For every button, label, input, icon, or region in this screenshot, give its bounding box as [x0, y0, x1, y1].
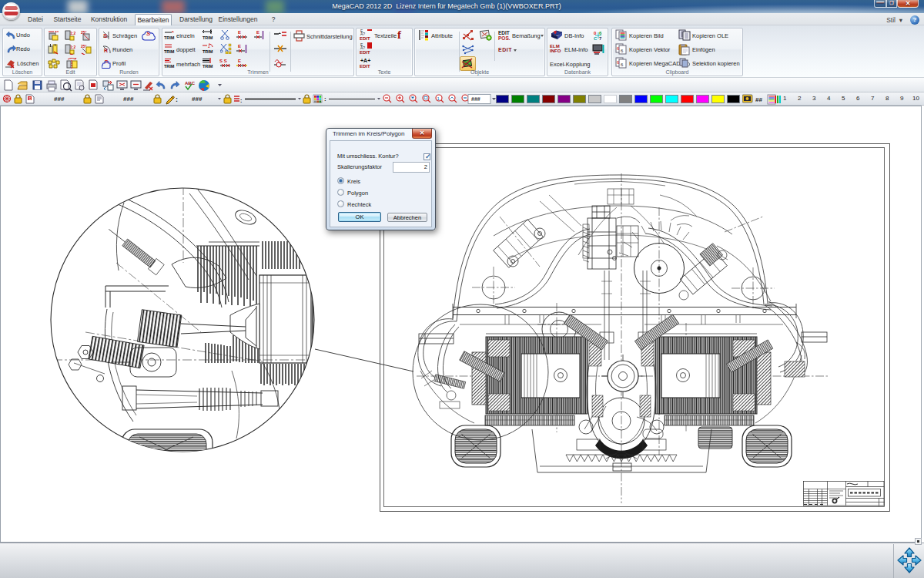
svg-text:TRIM: TRIM — [164, 64, 175, 69]
svg-text:6: 6 — [599, 31, 602, 35]
svg-text:E: E — [238, 44, 241, 49]
svg-text:25°: 25° — [81, 44, 87, 49]
svg-text:2: 2 — [208, 44, 210, 49]
svg-text:TRIM: TRIM — [164, 49, 175, 54]
svg-text:###: ### — [123, 96, 134, 102]
svg-text:TRIM: TRIM — [203, 35, 213, 40]
svg-text:C: C — [594, 36, 598, 41]
svg-text:EDIT: EDIT — [360, 50, 370, 55]
svg-text:###: ### — [192, 96, 203, 102]
svg-text:TRIM: TRIM — [164, 35, 175, 40]
svg-text:E: E — [238, 59, 241, 63]
svg-text:ABC: ABC — [185, 81, 196, 86]
svg-text:0: 0 — [594, 31, 597, 35]
svg-text:EDIT: EDIT — [360, 64, 370, 69]
svg-text:S S: S S — [219, 59, 227, 63]
svg-text:###: ### — [54, 96, 65, 102]
svg-text:1:2: 1:2 — [70, 45, 75, 49]
svg-text:7: 7 — [599, 36, 602, 41]
svg-text:EDIT: EDIT — [360, 36, 370, 41]
svg-text:S: S — [103, 32, 108, 39]
svg-text:1:2: 1:2 — [70, 31, 75, 35]
svg-text::: : — [324, 96, 326, 102]
svg-text:+A+: +A+ — [360, 58, 370, 63]
svg-text:###: ### — [471, 96, 480, 102]
svg-text:R: R — [104, 48, 108, 53]
svg-text:E: E — [256, 30, 259, 35]
svg-text:TRIM: TRIM — [203, 49, 213, 54]
svg-text::: : — [240, 98, 242, 103]
svg-text:##: ## — [755, 96, 762, 103]
svg-text:TRIM: TRIM — [203, 64, 213, 69]
svg-text:E: E — [238, 30, 241, 35]
svg-text::: : — [176, 96, 178, 103]
